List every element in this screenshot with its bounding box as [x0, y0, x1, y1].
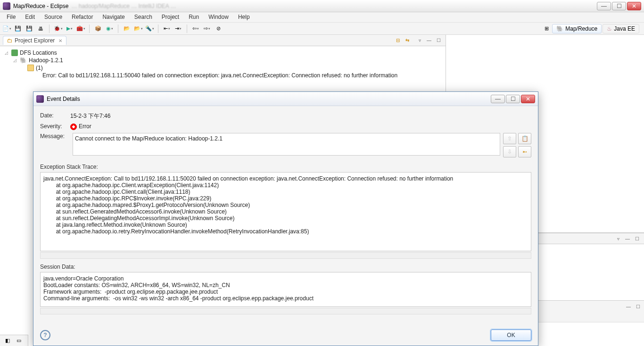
run-button[interactable]: ▶▾: [65, 24, 74, 33]
window-titlebar: Map/Reduce - Eclipse … hadoop/MapReduce …: [0, 0, 644, 12]
minimize-view-button[interactable]: —: [624, 302, 633, 311]
error-icon: [70, 124, 77, 130]
new-type-button[interactable]: ◉▾: [105, 24, 114, 33]
window-close-button[interactable]: ✕: [627, 2, 641, 10]
javaee-icon: ♨: [607, 25, 612, 32]
menu-window[interactable]: Window: [204, 12, 233, 22]
window-title: Map/Reduce - Eclipse: [13, 3, 68, 9]
minimize-view-button[interactable]: —: [425, 36, 433, 45]
show-filter-button[interactable]: ➵: [518, 146, 531, 157]
tree-error-text: Error: Call to bd11/192.168.1.11:50040 f…: [5, 72, 441, 79]
ok-button[interactable]: OK: [491, 330, 531, 341]
stack-trace-text[interactable]: [40, 172, 531, 251]
open-type-button[interactable]: 📂▾: [133, 24, 143, 33]
save-all-button[interactable]: 💾: [25, 24, 34, 33]
next-event-button[interactable]: ⇩: [503, 146, 516, 157]
menu-edit[interactable]: Edit: [20, 12, 40, 22]
twisty-icon[interactable]: ◿: [5, 50, 9, 55]
message-label: Message:: [40, 133, 70, 140]
menu-help[interactable]: Help: [233, 12, 255, 22]
forward-button[interactable]: ⇨▾: [202, 24, 212, 33]
horizontal-scrollbar[interactable]: [40, 252, 531, 259]
maximize-view-button[interactable]: ☐: [634, 302, 642, 311]
folder-icon: [27, 65, 34, 71]
message-text[interactable]: [73, 133, 500, 156]
view-menu-button[interactable]: ▿: [614, 234, 622, 243]
dialog-title: Event Details: [47, 96, 80, 102]
event-details-dialog: Event Details — ☐ ✕ Date: 15-2-3 下午7:46 …: [33, 91, 538, 346]
perspective-mapreduce[interactable]: 🐘 Map/Reduce: [552, 24, 602, 33]
tree-node-hadoop[interactable]: ◿ 🐘 Hadoop-1.2.1: [5, 57, 441, 64]
trim-item[interactable]: ◧: [3, 336, 12, 346]
nav-prev-button[interactable]: ⇤▾: [162, 24, 172, 33]
session-data-text[interactable]: [40, 272, 531, 307]
help-button[interactable]: ?: [40, 330, 50, 340]
maximize-view-button[interactable]: ☐: [434, 36, 443, 45]
minimize-view-button[interactable]: —: [623, 234, 632, 243]
trim-item[interactable]: ▭: [14, 336, 24, 346]
print-button[interactable]: 🖶: [36, 24, 45, 33]
dfs-icon: [11, 49, 18, 56]
twisty-icon[interactable]: ◿: [13, 58, 18, 63]
horizontal-scrollbar[interactable]: [40, 308, 531, 314]
main-toolbar: 📄▾ 💾 💾 🖶 🐞▾ ▶▾ 🧰▾ 📦 ◉▾ 📂 📂▾ 🔦▾ ⇤▾ ⇥▾ ⇦▾ …: [0, 23, 644, 35]
close-icon[interactable]: ✕: [58, 38, 62, 43]
external-tools-button[interactable]: 🧰▾: [76, 24, 85, 33]
elephant-icon: 🐘: [556, 25, 563, 32]
trim-bar: ◧ ▭: [0, 335, 28, 346]
open-perspective-button[interactable]: ⊞: [542, 24, 551, 33]
tree-node-dfs[interactable]: ◿ DFS Locations: [5, 49, 441, 57]
menu-bar: File Edit Source Refactor Navigate Searc…: [0, 12, 644, 23]
date-value: 15-2-3 下午7:46: [70, 112, 110, 120]
copy-button[interactable]: 📋: [518, 133, 531, 144]
severity-value: Error: [70, 123, 91, 130]
maximize-view-button[interactable]: ☐: [633, 234, 641, 243]
elephant-icon: 🐘: [20, 57, 27, 64]
project-explorer-tabbar: 🗀 Project Explorer ✕ ⊟ ⇆ ▿ — ☐: [0, 35, 446, 46]
view-menu-button[interactable]: ▿: [415, 36, 424, 45]
project-explorer-icon: 🗀: [7, 37, 13, 44]
menu-project[interactable]: Project: [157, 12, 184, 22]
menu-source[interactable]: Source: [40, 12, 67, 22]
dialog-titlebar[interactable]: Event Details — ☐ ✕: [33, 92, 538, 106]
eclipse-icon: [36, 95, 44, 103]
stop-button[interactable]: ⊘: [214, 24, 223, 33]
search-button[interactable]: 🔦▾: [145, 24, 154, 33]
dialog-minimize-button[interactable]: —: [491, 95, 505, 103]
prev-event-button[interactable]: ⇧: [503, 133, 516, 144]
new-button[interactable]: 📄▾: [2, 24, 11, 33]
save-button[interactable]: 💾: [13, 24, 23, 33]
new-package-button[interactable]: 📦: [93, 24, 103, 33]
menu-file[interactable]: File: [2, 12, 20, 22]
dialog-close-button[interactable]: ✕: [521, 95, 535, 103]
collapse-all-button[interactable]: ⊟: [394, 36, 402, 45]
dialog-maximize-button[interactable]: ☐: [506, 95, 520, 103]
link-editor-button[interactable]: ⇆: [403, 36, 412, 45]
tree-node-folder[interactable]: (1): [5, 64, 441, 72]
open-folder-button[interactable]: 📂: [122, 24, 132, 33]
perspective-javaee[interactable]: ♨ Java EE: [603, 24, 639, 33]
menu-refactor[interactable]: Refactor: [67, 12, 98, 22]
window-maximize-button[interactable]: ☐: [612, 2, 626, 10]
project-explorer-tab[interactable]: 🗀 Project Explorer ✕: [3, 36, 66, 45]
menu-run[interactable]: Run: [184, 12, 204, 22]
back-button[interactable]: ⇦▾: [191, 24, 200, 33]
menu-navigate[interactable]: Navigate: [98, 12, 129, 22]
eclipse-icon: [3, 2, 10, 10]
debug-button[interactable]: 🐞▾: [53, 24, 63, 33]
date-label: Date:: [40, 112, 70, 119]
menu-search[interactable]: Search: [130, 12, 157, 22]
severity-label: Severity:: [40, 123, 70, 130]
session-label: Session Data:: [40, 264, 531, 270]
nav-next-button[interactable]: ⇥▾: [173, 24, 183, 33]
window-minimize-button[interactable]: —: [597, 2, 611, 10]
stack-label: Exception Stack Trace:: [40, 164, 531, 170]
window-path-blur: … hadoop/MapReduce … IntelliJ IDEA …: [71, 3, 176, 9]
